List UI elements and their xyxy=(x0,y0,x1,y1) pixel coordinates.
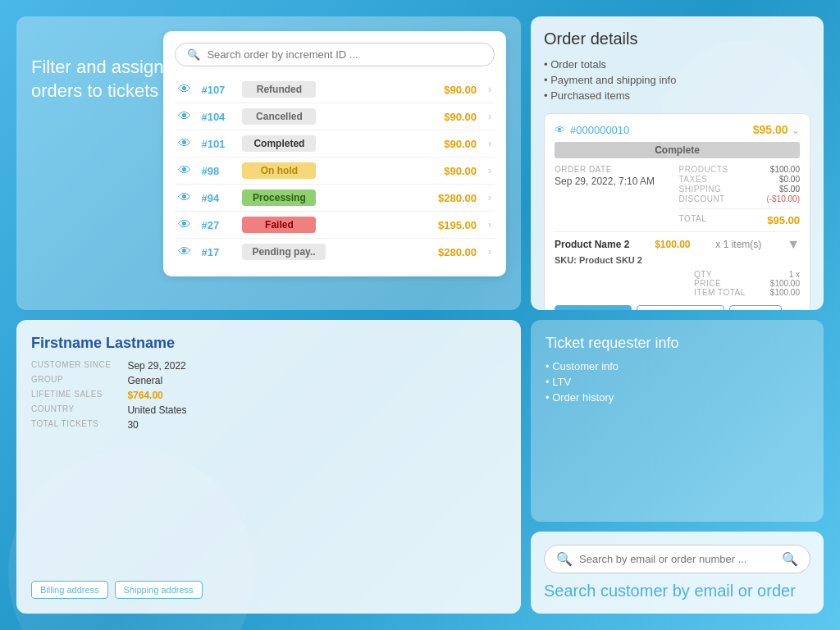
chevron-right-icon: › xyxy=(488,165,491,176)
order-status: On hold xyxy=(242,162,316,179)
order-status: Pending pay.. xyxy=(242,244,325,260)
order-number: #101 xyxy=(201,138,234,150)
order-number: #27 xyxy=(201,219,234,231)
ticket-requester-title: Ticket requester info xyxy=(546,335,809,352)
order-price: $195.00 xyxy=(438,219,477,231)
order-card: 👁 #000000010 $95.00 ⌄ Complete ORDER DAT… xyxy=(544,113,810,310)
shipping-address-button[interactable]: Shipping address xyxy=(115,581,203,599)
order-address-tabs: Billing addressShipping addressShippingP… xyxy=(555,305,800,310)
bullet-order-history: Order history xyxy=(546,390,809,405)
search-customer-label: Search customer by email or order xyxy=(544,582,810,600)
product-sku: SKU: Product SKU 2 xyxy=(555,255,800,265)
customer-address-buttons: Billing address Shipping address xyxy=(31,581,506,599)
order-status: Failed xyxy=(242,217,316,233)
order-price: $90.00 xyxy=(444,84,477,96)
order-row[interactable]: 👁 #27 Failed $195.00 › xyxy=(175,212,495,239)
order-row[interactable]: 👁 #98 On hold $90.00 › xyxy=(175,158,495,185)
order-number: #94 xyxy=(201,192,234,204)
orders-box: 🔍 👁 #107 Refunded $90.00 › 👁 #104 Cancel… xyxy=(163,31,506,276)
orders-list: 👁 #107 Refunded $90.00 › 👁 #104 Cancelle… xyxy=(175,76,495,265)
order-details-bullets: Order totals Payment and shipping info P… xyxy=(544,57,810,103)
chevron-right-icon: › xyxy=(488,138,491,149)
bullet-customer-info: Customer info xyxy=(546,358,809,374)
order-row[interactable]: 👁 #94 Processing $280.00 › xyxy=(175,185,495,212)
order-status: Completed xyxy=(242,135,316,152)
order-number: #17 xyxy=(201,246,234,258)
order-row[interactable]: 👁 #107 Refunded $90.00 › xyxy=(175,76,495,103)
eye-icon: 👁 xyxy=(555,124,565,136)
bullet-purchased-items: Purchased items xyxy=(544,88,810,103)
eye-icon: 👁 xyxy=(178,217,193,232)
order-row[interactable]: 👁 #17 Pending pay.. $280.00 › xyxy=(175,239,495,265)
customer-panel: Firstname Lastname CUSTOMER SINCE Sep 29… xyxy=(16,320,521,614)
search-icon: 🔍 xyxy=(187,48,200,61)
chevron-right-icon: › xyxy=(488,192,491,203)
order-card-header: 👁 #000000010 $95.00 ⌄ xyxy=(555,122,800,142)
order-tab-shipping-address[interactable]: Shipping address xyxy=(637,305,724,310)
order-details-title: Order details xyxy=(544,30,810,48)
order-number: #98 xyxy=(201,165,234,177)
eye-icon: 👁 xyxy=(178,82,193,97)
order-details-panel: Order details Order totals Payment and s… xyxy=(531,16,824,310)
order-status: Cancelled xyxy=(242,108,316,125)
ticket-requester-bullets: Customer info LTV Order history xyxy=(546,358,809,405)
chevron-right-icon: › xyxy=(488,219,491,231)
order-date-section: ORDER DATE Sep 29, 2022, 7:10 AM xyxy=(555,165,676,226)
bullet-payment-shipping: Payment and shipping info xyxy=(544,72,810,88)
bullet-ltv: LTV xyxy=(546,374,809,390)
filter-orders-panel: Filter and assign orders to tickets 🔍 👁 … xyxy=(16,16,521,310)
order-id: 👁 #000000010 xyxy=(555,124,629,136)
search-icon: 🔍 xyxy=(556,551,573,567)
order-number: #104 xyxy=(201,111,234,123)
eye-icon: 👁 xyxy=(178,109,193,124)
order-price: $280.00 xyxy=(438,192,477,204)
order-status-bar: Complete xyxy=(555,142,800,158)
order-tab-billing-address[interactable]: Billing address xyxy=(555,305,632,310)
expand-icon[interactable]: ▼ xyxy=(787,237,800,252)
order-financials: PRODUCTS $100.00 TAXES $0.00 SHIPPING $5… xyxy=(679,165,801,226)
chevron-down-icon: ⌄ xyxy=(792,125,800,136)
order-row[interactable]: 👁 #104 Cancelled $90.00 › xyxy=(175,103,495,130)
eye-icon: 👁 xyxy=(178,244,193,259)
product-row: Product Name 2 $100.00 x 1 item(s) ▼ xyxy=(555,237,800,252)
bottom-right-container: Ticket requester info Customer info LTV … xyxy=(531,320,824,614)
ticket-requester-panel: Ticket requester info Customer info LTV … xyxy=(531,320,824,522)
order-status: Processing xyxy=(242,189,316,206)
order-price: $90.00 xyxy=(444,165,477,177)
chevron-right-icon: › xyxy=(488,246,491,258)
search-input[interactable] xyxy=(579,553,775,565)
customer-info-grid: CUSTOMER SINCE Sep 29, 2022 GROUP Genera… xyxy=(31,360,506,431)
search-button[interactable]: 🔍 xyxy=(782,551,798,567)
customer-name: Firstname Lastname xyxy=(31,335,506,352)
order-status: Refunded xyxy=(242,81,316,98)
order-price: $90.00 xyxy=(444,111,477,123)
order-number: #107 xyxy=(201,84,234,96)
order-search-bar[interactable]: 🔍 xyxy=(175,43,495,66)
order-tab-shipping[interactable]: Shipping xyxy=(729,305,783,310)
eye-icon: 👁 xyxy=(178,163,193,178)
order-price: $90.00 xyxy=(444,138,477,150)
billing-address-button[interactable]: Billing address xyxy=(31,581,108,599)
chevron-right-icon: › xyxy=(488,84,491,95)
eye-icon: 👁 xyxy=(178,136,193,151)
order-row[interactable]: 👁 #101 Completed $90.00 › xyxy=(175,130,495,158)
filter-label: Filter and assign orders to tickets xyxy=(31,31,163,103)
eye-icon: 👁 xyxy=(178,190,193,205)
order-price: $280.00 xyxy=(438,246,477,258)
chevron-right-icon: › xyxy=(488,111,491,122)
search-box[interactable]: 🔍 🔍 xyxy=(544,545,810,573)
bullet-order-totals: Order totals xyxy=(544,57,810,72)
search-customer-panel: 🔍 🔍 Search customer by email or order xyxy=(531,532,824,614)
order-price-header: $95.00 ⌄ xyxy=(753,122,800,137)
order-search-input[interactable] xyxy=(207,48,482,61)
